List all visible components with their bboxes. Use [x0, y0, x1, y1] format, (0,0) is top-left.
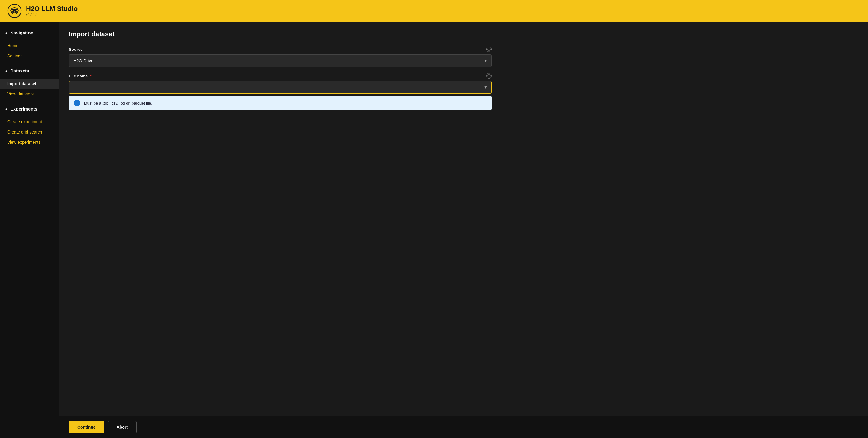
sidebar-item-home[interactable]: Home	[0, 40, 59, 51]
sidebar-item-create-grid-search[interactable]: Create grid search	[0, 127, 59, 137]
nav-divider-navigation	[5, 39, 54, 39]
nav-divider-datasets	[5, 77, 54, 77]
info-banner-icon: i	[74, 100, 80, 106]
content-main: Import dataset Source ⓘ H2O-Drive Local …	[59, 22, 868, 416]
sidebar-item-settings[interactable]: Settings	[0, 51, 59, 61]
content-area: Import dataset Source ⓘ H2O-Drive Local …	[59, 22, 868, 438]
sidebar: ▲ Navigation Home Settings ▲ Datasets Im…	[0, 22, 59, 438]
header-title-block: H2O LLM Studio v1.11.1	[26, 5, 78, 17]
file-name-label: File name *	[69, 74, 92, 78]
file-name-form-row: File name * ⓘ tweet_qa.csv ▼ i Must be a…	[69, 73, 492, 110]
abort-button[interactable]: Abort	[108, 421, 136, 433]
file-name-input[interactable]: tweet_qa.csv	[69, 81, 492, 94]
page-title: Import dataset	[69, 30, 858, 38]
source-label-row: Source ⓘ	[69, 46, 492, 52]
nav-section-datasets-header[interactable]: ▲ Datasets	[0, 66, 59, 76]
source-select[interactable]: H2O-Drive Local S3 Azure	[69, 54, 492, 67]
app-version: v1.11.1	[26, 13, 78, 17]
nav-section-navigation-header[interactable]: ▲ Navigation	[0, 28, 59, 38]
source-select-wrapper: H2O-Drive Local S3 Azure ▼	[69, 54, 492, 67]
nav-section-datasets: ▲ Datasets Import dataset View datasets	[0, 66, 59, 99]
sidebar-item-view-experiments[interactable]: View experiments	[0, 137, 59, 148]
file-name-info-icon[interactable]: ⓘ	[486, 73, 492, 79]
source-form-row: Source ⓘ H2O-Drive Local S3 Azure ▼	[69, 46, 492, 67]
sidebar-item-view-datasets[interactable]: View datasets	[0, 89, 59, 99]
chevron-up-icon-experiments: ▲	[5, 107, 8, 111]
app-header: H2O LLM Studio v1.11.1	[0, 0, 868, 22]
import-dataset-form: Source ⓘ H2O-Drive Local S3 Azure ▼	[69, 46, 492, 110]
content-footer: Continue Abort	[59, 416, 868, 438]
file-name-info-banner: i Must be a .zip, .csv, .pq or .parquet …	[69, 96, 492, 110]
logo-area: H2O LLM Studio v1.11.1	[7, 4, 78, 18]
sidebar-item-import-dataset[interactable]: Import dataset	[0, 79, 59, 89]
continue-button[interactable]: Continue	[69, 421, 104, 433]
sidebar-item-create-experiment[interactable]: Create experiment	[0, 117, 59, 127]
nav-section-experiments-title: Experiments	[10, 106, 37, 112]
chevron-up-icon: ▲	[5, 31, 8, 34]
app-name: H2O LLM Studio	[26, 5, 78, 13]
file-name-input-wrapper: tweet_qa.csv ▼	[69, 81, 492, 94]
nav-section-experiments: ▲ Experiments Create experiment Create g…	[0, 104, 59, 148]
file-name-label-row: File name * ⓘ	[69, 73, 492, 79]
chevron-up-icon-datasets: ▲	[5, 69, 8, 72]
source-info-icon[interactable]: ⓘ	[486, 46, 492, 52]
required-asterisk: *	[89, 74, 92, 78]
source-label: Source	[69, 47, 83, 52]
info-banner-text: Must be a .zip, .csv, .pq or .parquet fi…	[84, 101, 152, 105]
nav-section-navigation: ▲ Navigation Home Settings	[0, 28, 59, 61]
nav-section-experiments-header[interactable]: ▲ Experiments	[0, 104, 59, 114]
app-logo-icon	[7, 4, 22, 18]
nav-section-datasets-title: Datasets	[10, 68, 29, 73]
nav-section-navigation-title: Navigation	[10, 30, 33, 35]
